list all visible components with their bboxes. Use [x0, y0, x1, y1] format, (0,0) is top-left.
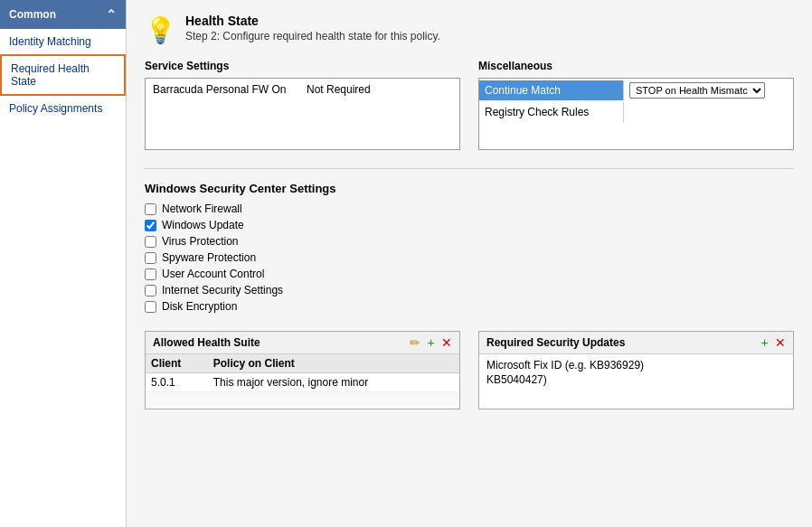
cell-policy: This major version, ignore minor: [208, 373, 459, 392]
delete-icon[interactable]: ✕: [441, 335, 452, 350]
wsc-spyware-protection-label: Spyware Protection: [162, 251, 256, 264]
allowed-health-suite-header: Allowed Health Suite ✏ + ✕: [146, 332, 459, 354]
sidebar-header-label: Common: [9, 8, 56, 21]
wsc-network-firewall-label: Network Firewall: [162, 202, 242, 215]
table-header-row: Client Policy on Client: [146, 354, 459, 373]
misc-row-continue-match[interactable]: Continue Match STOP on Health Mismatch C…: [479, 79, 793, 102]
misc-value-registry: [624, 108, 793, 116]
edit-icon[interactable]: ✏: [410, 335, 420, 350]
wsc-spyware-protection: Spyware Protection: [145, 251, 794, 264]
sidebar-item-identity-matching[interactable]: Identity Matching: [0, 29, 126, 54]
service-settings-panel: Service Settings Barracuda Personal FW O…: [145, 60, 460, 150]
wsc-virus-protection: Virus Protection: [145, 235, 794, 248]
misc-heading: Miscellaneous: [478, 60, 794, 72]
col-policy-on-client: Policy on Client: [208, 354, 459, 373]
wsc-uac-label: User Account Control: [162, 268, 264, 280]
misc-row-registry-check[interactable]: Registry Check Rules: [479, 102, 793, 122]
update-item-1[interactable]: KB5040427): [486, 372, 786, 387]
bulb-icon: 💡: [145, 15, 176, 45]
wsc-network-firewall: Network Firewall: [145, 202, 794, 215]
wsc-disk-encryption-label: Disk Encryption: [162, 300, 237, 313]
col-client: Client: [146, 354, 208, 373]
wsc-network-firewall-checkbox[interactable]: [145, 203, 156, 215]
wsc-internet-security-label: Internet Security Settings: [162, 284, 283, 296]
wsc-spyware-protection-checkbox[interactable]: [145, 252, 156, 264]
main-content: 💡 Health State Step 2: Configure require…: [127, 0, 812, 527]
required-security-updates-header: Required Security Updates + ✕: [479, 332, 793, 354]
wsc-internet-security-checkbox[interactable]: [145, 285, 156, 296]
page-subtitle: Step 2: Configure required health state …: [185, 30, 440, 42]
allowed-health-suite-panel: Allowed Health Suite ✏ + ✕ Client Policy…: [145, 331, 460, 409]
page-title: Health State: [185, 14, 440, 28]
misc-value-continue-match[interactable]: STOP on Health Mismatch CONTINUE on Heal…: [624, 79, 793, 102]
table-row[interactable]: 5.0.1 This major version, ignore minor: [146, 373, 459, 392]
continue-match-select[interactable]: STOP on Health Mismatch CONTINUE on Heal…: [629, 82, 765, 99]
required-security-updates-panel: Required Security Updates + ✕ Microsoft …: [478, 331, 794, 409]
sidebar-header[interactable]: Common ⌃: [0, 0, 126, 29]
misc-label-continue-match: Continue Match: [479, 80, 624, 100]
bottom-panels: Allowed Health Suite ✏ + ✕ Client Policy…: [145, 331, 794, 409]
sidebar: Common ⌃ Identity Matching Required Heal…: [0, 0, 127, 527]
wsc-disk-encryption: Disk Encryption: [145, 300, 794, 313]
miscellaneous-panel: Miscellaneous Continue Match STOP on Hea…: [478, 60, 794, 150]
wsc-disk-encryption-checkbox[interactable]: [145, 301, 156, 313]
add-icon[interactable]: +: [427, 335, 434, 350]
top-panels: Service Settings Barracuda Personal FW O…: [145, 60, 794, 150]
service-settings-heading: Service Settings: [145, 60, 460, 72]
cell-client: 5.0.1: [146, 373, 208, 392]
divider-1: [145, 168, 794, 169]
sidebar-collapse-icon[interactable]: ⌃: [106, 7, 117, 22]
wsc-internet-security: Internet Security Settings: [145, 284, 794, 296]
wsc-virus-protection-checkbox[interactable]: [145, 236, 156, 248]
wsc-windows-update-label: Windows Update: [162, 219, 244, 231]
misc-label-registry: Registry Check Rules: [479, 102, 624, 122]
service-settings-row[interactable]: Barracuda Personal FW On Not Required: [147, 80, 458, 99]
required-security-updates-actions: + ✕: [757, 335, 786, 350]
wsc-windows-update-checkbox[interactable]: [145, 220, 156, 231]
sidebar-item-required-health-state[interactable]: Required Health State: [0, 54, 126, 96]
wsc-virus-protection-label: Virus Protection: [162, 235, 239, 248]
service-name: Barracuda Personal FW On: [153, 83, 297, 96]
page-header-text: Health State Step 2: Configure required …: [185, 14, 440, 42]
misc-list: Continue Match STOP on Health Mismatch C…: [478, 78, 794, 150]
page-header: 💡 Health State Step 2: Configure require…: [145, 14, 794, 45]
sidebar-item-policy-assignments[interactable]: Policy Assignments: [0, 96, 126, 121]
wsc-uac: User Account Control: [145, 268, 794, 280]
allowed-health-suite-heading: Allowed Health Suite: [153, 336, 260, 349]
wsc-heading: Windows Security Center Settings: [145, 182, 794, 195]
add-update-icon[interactable]: +: [760, 335, 768, 350]
update-item-0[interactable]: Microsoft Fix ID (e.g. KB936929): [486, 358, 786, 372]
wsc-uac-checkbox[interactable]: [145, 268, 156, 280]
service-value: Not Required: [307, 83, 452, 96]
required-updates-list: Microsoft Fix ID (e.g. KB936929) KB50404…: [479, 354, 793, 409]
allowed-health-suite-table: Client Policy on Client 5.0.1 This major…: [146, 354, 459, 392]
required-security-updates-heading: Required Security Updates: [486, 336, 625, 349]
allowed-health-suite-actions: ✏ + ✕: [406, 335, 452, 350]
service-settings-list: Barracuda Personal FW On Not Required: [145, 78, 460, 150]
wsc-section: Windows Security Center Settings Network…: [145, 182, 794, 313]
delete-update-icon[interactable]: ✕: [775, 335, 786, 350]
wsc-windows-update: Windows Update: [145, 219, 794, 231]
